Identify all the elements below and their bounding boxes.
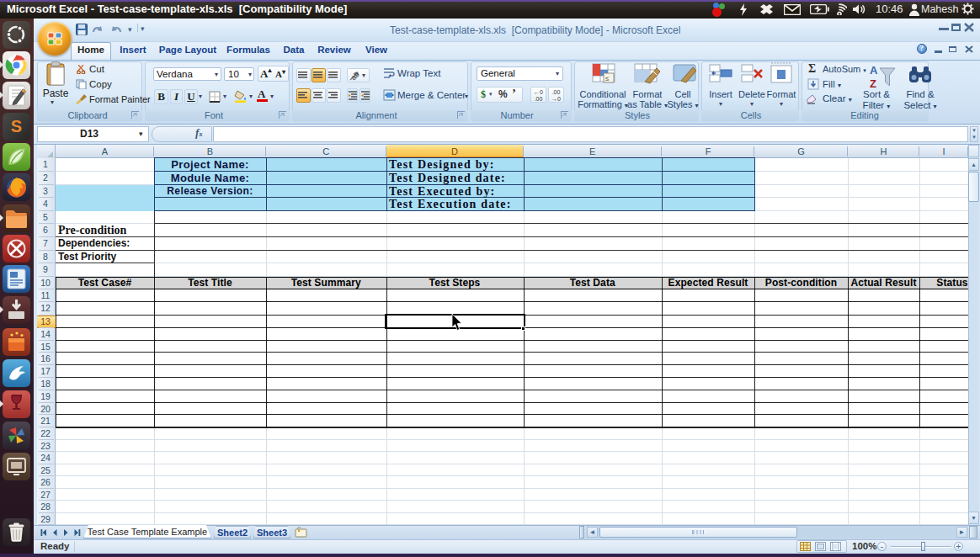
- svg-text:Z: Z: [870, 77, 876, 89]
- svg-text:A: A: [870, 64, 878, 77]
- svg-text:≤: ≤: [605, 75, 610, 82]
- svg-text:ab: ab: [349, 70, 361, 81]
